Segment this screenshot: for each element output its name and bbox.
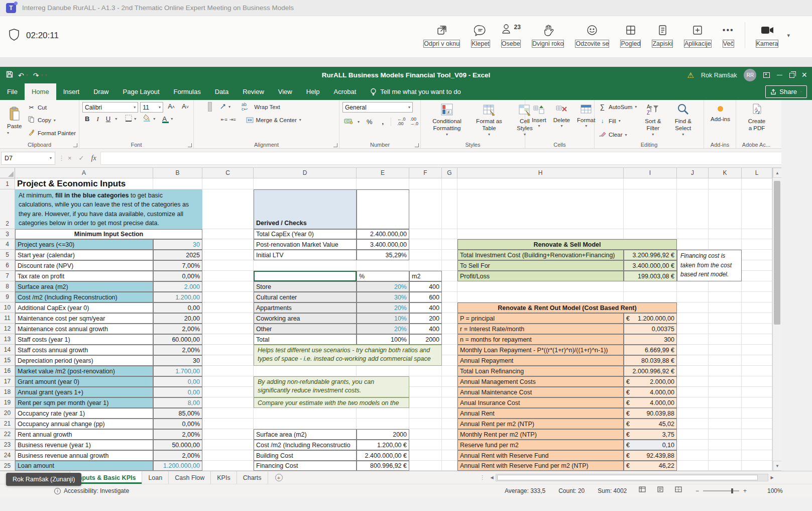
column-header-K[interactable]: K (709, 168, 742, 178)
font-size-select[interactable]: 11▾ (140, 102, 163, 113)
cell-C15[interactable] (202, 355, 254, 366)
format-as-table-button[interactable]: Format as Table▾ (470, 102, 508, 140)
bold-button[interactable]: B (82, 115, 92, 123)
cell-I7[interactable]: 199.003,08 € (624, 271, 677, 281)
confirm-entry-icon[interactable]: ✓ (79, 154, 84, 162)
cell-G5[interactable] (442, 250, 457, 260)
cell-K16[interactable] (709, 366, 742, 376)
cell-I9[interactable] (624, 292, 677, 302)
column-header-E[interactable]: E (357, 168, 409, 178)
zoom-out-icon[interactable]: − (695, 487, 699, 494)
cell-B5[interactable]: 2025 (153, 250, 202, 260)
cell-E5[interactable]: 35,29% (357, 250, 409, 260)
cell-D2[interactable]: Derived / Checks (254, 189, 357, 229)
cell-L11[interactable] (742, 313, 772, 324)
align-middle-button[interactable] (202, 102, 206, 112)
fill-color-icon[interactable] (143, 114, 151, 124)
cell-C22[interactable] (202, 429, 254, 440)
cell-F4[interactable] (409, 239, 442, 250)
copy-button[interactable]: Copy ▾ (28, 116, 76, 124)
cell-L5[interactable] (742, 250, 772, 260)
cell-I2[interactable] (624, 189, 677, 229)
cell-A10[interactable]: Additional CapEx (year 0) (15, 302, 153, 313)
cell-K21[interactable] (709, 419, 742, 429)
cell-G4[interactable] (442, 239, 457, 250)
cell-I21[interactable]: €45,02 (624, 419, 677, 429)
column-header-L[interactable]: L (742, 168, 772, 178)
align-center-button[interactable] (203, 115, 207, 125)
account-name[interactable]: Rok Ramšak (701, 72, 737, 79)
cell-B10[interactable]: 0,00 (153, 302, 202, 313)
cell-B4[interactable]: 30 (153, 239, 202, 250)
cell-J25[interactable] (677, 461, 709, 471)
cell-L24[interactable] (742, 450, 772, 461)
vertical-scrollbar[interactable]: ▲ ▼ (772, 168, 781, 471)
apps-button[interactable]: Aplikacije (678, 20, 717, 51)
cell-G18[interactable] (442, 387, 457, 397)
row-header-19[interactable]: 19 (0, 397, 15, 408)
cell-A25[interactable]: Loan amount (15, 461, 153, 471)
cell-L13[interactable] (742, 334, 772, 345)
cell-G23[interactable] (442, 440, 457, 450)
cell-B25[interactable]: 1.200.000,00 (153, 461, 202, 471)
hscroll-right-icon[interactable]: ▶ (768, 473, 776, 482)
cell-K3[interactable] (709, 229, 742, 239)
tab-splitter-handle[interactable]: ⋮ (480, 474, 486, 481)
cell-L17[interactable] (742, 376, 772, 387)
delete-cells-button[interactable]: Delete▾ (550, 102, 573, 140)
insert-cells-button[interactable]: Insert▾ (528, 102, 550, 140)
cell-G21[interactable] (442, 419, 457, 429)
cell-F25[interactable] (409, 461, 442, 471)
cell-F1[interactable] (409, 178, 442, 189)
row-header-2[interactable]: 2 (0, 189, 15, 229)
cell-F12[interactable]: 400 (409, 324, 442, 334)
cell-F3[interactable] (409, 229, 442, 239)
align-top-button[interactable] (197, 102, 201, 112)
row-header-24[interactable]: 24 (0, 450, 15, 461)
cell-J5[interactable]: Financing cost is taken from the cost ba… (677, 250, 742, 281)
cell-C25[interactable] (202, 461, 254, 471)
cell-J14[interactable] (677, 345, 709, 355)
cell-A5[interactable]: Start year (calendar) (15, 250, 153, 260)
cell-K2[interactable] (709, 189, 742, 229)
cell-D6[interactable] (254, 260, 357, 271)
cell-D1[interactable] (254, 178, 357, 189)
cell-I19[interactable]: €4.000,00 (624, 397, 677, 408)
cell-C18[interactable] (202, 387, 254, 397)
row-header-21[interactable]: 21 (0, 419, 15, 429)
cell-L10[interactable] (742, 302, 772, 313)
cell-J17[interactable] (677, 376, 709, 387)
cell-B9[interactable]: 1.200,00 (153, 292, 202, 302)
cell-E23[interactable]: 1.200,00 € (357, 440, 409, 450)
cell-H18[interactable]: Annual Maintenance Cost (457, 387, 624, 397)
cell-E7[interactable]: % (357, 271, 409, 281)
cell-J24[interactable] (677, 450, 709, 461)
conditional-formatting-button[interactable]: ≠ Conditional Formatting▾ (424, 102, 470, 140)
avatar[interactable]: RR (744, 69, 756, 81)
cell-K24[interactable] (709, 450, 742, 461)
cell-B14[interactable]: 2,00% (153, 345, 202, 355)
scroll-up-icon[interactable]: ▲ (773, 168, 782, 178)
cell-J12[interactable] (677, 324, 709, 334)
cell-H23[interactable]: Reserve fund per m2 (457, 440, 624, 450)
cell-J20[interactable] (677, 408, 709, 419)
menu-tab-review[interactable]: Review (236, 83, 271, 100)
cell-J10[interactable] (677, 302, 709, 313)
row-header-25[interactable]: 25 (0, 461, 15, 471)
sheet-tab-charts[interactable]: Charts (237, 471, 268, 484)
cell-G2[interactable] (442, 189, 457, 229)
cell-K18[interactable] (709, 387, 742, 397)
cell-I11[interactable]: €1.200.000,00 (624, 313, 677, 324)
cell-A19[interactable]: Rent per sqm per month (year 1) (15, 397, 153, 408)
cell-L4[interactable] (742, 239, 772, 250)
cell-H7[interactable]: Profit/Loss (457, 271, 624, 281)
cell-H24[interactable]: Annual Rent with Reserve Fund (457, 450, 624, 461)
cell-A12[interactable]: Maintenance cost annual growth (15, 324, 153, 334)
sort-filter-button[interactable]: AZ Sort & Filter▾ (638, 102, 668, 140)
insert-function-icon[interactable]: fx (91, 154, 96, 162)
wrap-text-button[interactable]: abc↩ Wrap Text (242, 103, 280, 112)
cell-C24[interactable] (202, 450, 254, 461)
tell-me-box[interactable]: Tell me what you want to do (370, 83, 460, 100)
menu-tab-insert[interactable]: Insert (56, 83, 87, 100)
cell-C1[interactable] (202, 178, 254, 189)
